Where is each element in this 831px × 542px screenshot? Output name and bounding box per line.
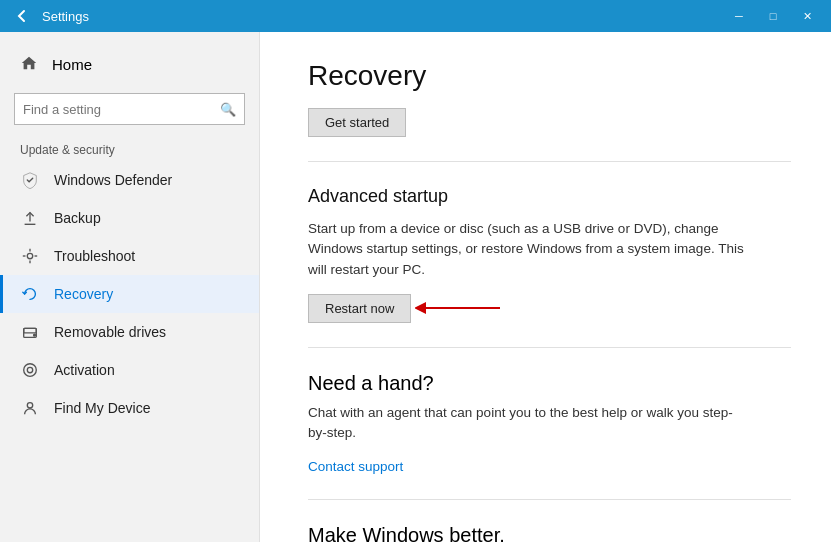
close-button[interactable]: ✕	[791, 2, 823, 30]
svg-point-2	[27, 253, 32, 258]
sidebar-item-label: Troubleshoot	[54, 248, 135, 264]
page-title: Recovery	[308, 60, 791, 92]
maximize-button[interactable]: □	[757, 2, 789, 30]
shield-icon	[20, 171, 40, 189]
contact-support-link[interactable]: Contact support	[308, 459, 403, 474]
sidebar-item-windows-defender[interactable]: Windows Defender	[0, 161, 259, 199]
sidebar-item-label: Activation	[54, 362, 115, 378]
minimize-button[interactable]: ─	[723, 2, 755, 30]
sidebar-item-label: Recovery	[54, 286, 113, 302]
sidebar-item-activation[interactable]: Activation	[0, 351, 259, 389]
sidebar-item-home[interactable]: Home	[0, 44, 259, 85]
backup-icon	[20, 209, 40, 227]
wrench-icon	[20, 247, 40, 265]
sidebar: Home 🔍 Update & security Windows Defende…	[0, 32, 260, 542]
activation-icon	[20, 361, 40, 379]
sidebar-item-removable-drives[interactable]: Removable drives	[0, 313, 259, 351]
recovery-icon	[20, 285, 40, 303]
restart-now-button[interactable]: Restart now	[308, 294, 411, 323]
svg-point-10	[24, 364, 37, 377]
svg-point-12	[27, 403, 32, 408]
restart-button-container: Restart now	[308, 294, 411, 323]
sidebar-section-label: Update & security	[0, 137, 259, 161]
need-hand-title: Need a hand?	[308, 372, 791, 395]
make-windows-title: Make Windows better.	[308, 524, 791, 542]
svg-point-9	[34, 334, 36, 336]
arrow-annotation	[415, 293, 505, 323]
titlebar-title: Settings	[42, 9, 723, 24]
search-icon: 🔍	[220, 102, 236, 117]
sidebar-item-find-my-device[interactable]: Find My Device	[0, 389, 259, 427]
need-hand-body: Chat with an agent that can point you to…	[308, 403, 748, 444]
divider-1	[308, 161, 791, 162]
search-box[interactable]: 🔍	[14, 93, 245, 125]
sidebar-item-label: Windows Defender	[54, 172, 172, 188]
advanced-startup-body: Start up from a device or disc (such as …	[308, 219, 748, 280]
main-panel: Recovery Get started Advanced startup St…	[260, 32, 831, 542]
sidebar-home-label: Home	[52, 56, 92, 73]
titlebar: Settings ─ □ ✕	[0, 0, 831, 32]
search-input[interactable]	[23, 102, 220, 117]
svg-rect-8	[24, 328, 37, 333]
home-icon	[20, 54, 38, 75]
sidebar-item-backup[interactable]: Backup	[0, 199, 259, 237]
sidebar-item-label: Backup	[54, 210, 101, 226]
sidebar-item-label: Removable drives	[54, 324, 166, 340]
drive-icon	[20, 323, 40, 341]
advanced-startup-title: Advanced startup	[308, 186, 791, 207]
sidebar-item-label: Find My Device	[54, 400, 150, 416]
sidebar-item-troubleshoot[interactable]: Troubleshoot	[0, 237, 259, 275]
back-button[interactable]	[8, 2, 36, 30]
person-icon	[20, 399, 40, 417]
sidebar-item-recovery[interactable]: Recovery	[0, 275, 259, 313]
divider-3	[308, 499, 791, 500]
window-controls: ─ □ ✕	[723, 2, 823, 30]
get-started-button[interactable]: Get started	[308, 108, 406, 137]
divider-2	[308, 347, 791, 348]
svg-point-11	[27, 367, 32, 372]
app-body: Home 🔍 Update & security Windows Defende…	[0, 32, 831, 542]
